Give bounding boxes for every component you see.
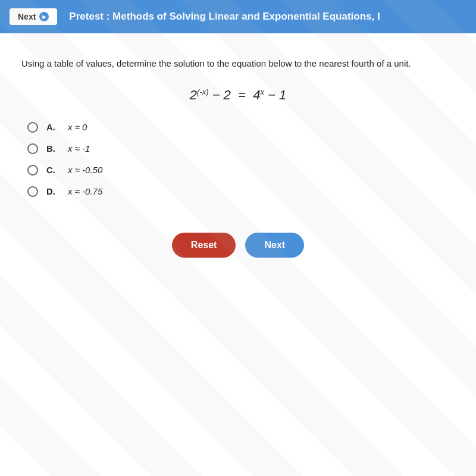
page-title: Pretest : Methods of Solving Linear and …	[69, 11, 466, 23]
question-instruction: Using a table of values, determine the s…	[21, 57, 455, 71]
arrow-right-icon: ►	[39, 12, 49, 21]
option-item-c[interactable]: C. x ≈ -0.50	[27, 165, 455, 176]
option-label-b: B.	[46, 143, 60, 154]
option-item-d[interactable]: D. x ≈ -0.75	[27, 186, 455, 197]
option-label-d: D.	[46, 186, 60, 196]
nav-next-button[interactable]: Next ►	[10, 8, 57, 25]
option-value-a: x ≈ 0	[68, 122, 87, 132]
top-bar: Next ► Pretest : Methods of Solving Line…	[0, 0, 476, 33]
radio-b[interactable]	[27, 143, 38, 154]
option-value-c: x ≈ -0.50	[68, 165, 102, 175]
radio-a[interactable]	[27, 122, 38, 133]
option-label-c: C.	[46, 165, 60, 175]
radio-c[interactable]	[27, 165, 38, 176]
options-list: A. x ≈ 0 B. x ≈ -1 C. x ≈ -0.50 D. x ≈ -…	[27, 122, 455, 197]
nav-next-label: Next	[18, 12, 36, 21]
reset-button[interactable]: Reset	[172, 233, 236, 258]
option-value-d: x ≈ -0.75	[68, 186, 102, 196]
radio-d[interactable]	[27, 186, 38, 197]
equation-display: 2(-x) − 2 = 4x − 1	[21, 87, 455, 103]
content-area: Using a table of values, determine the s…	[0, 33, 476, 476]
option-value-b: x ≈ -1	[68, 143, 90, 154]
option-item-a[interactable]: A. x ≈ 0	[27, 122, 455, 133]
button-row: Reset Next	[21, 233, 455, 258]
next-button[interactable]: Next	[245, 233, 304, 258]
option-label-a: A.	[46, 122, 60, 132]
option-item-b[interactable]: B. x ≈ -1	[27, 143, 455, 154]
